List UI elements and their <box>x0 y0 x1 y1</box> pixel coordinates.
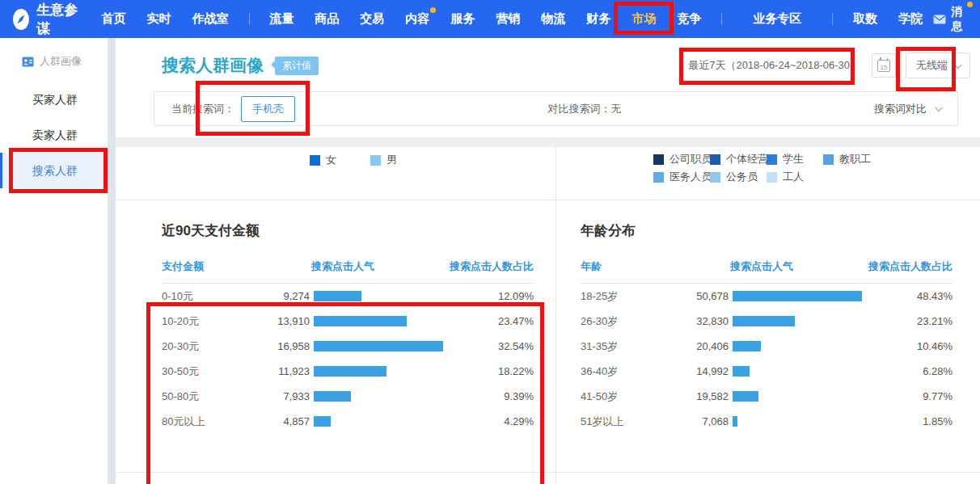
nav-item-business-zone[interactable]: 业务专区 <box>753 11 801 27</box>
sidebar: 人群画像 买家人群 卖家人群 搜索人群 <box>0 38 108 484</box>
sidebar-divider <box>108 38 116 484</box>
column-header-amount[interactable]: 支付金额 <box>162 259 311 274</box>
legend-swatch <box>653 154 664 165</box>
column-header-popularity[interactable]: 搜索点击人气 <box>311 259 374 274</box>
row-label: 18-25岁 <box>581 289 670 304</box>
message-button[interactable]: 消息 <box>933 5 965 34</box>
nav-item-marketing[interactable]: 营销 <box>496 11 520 27</box>
nav-item-finance[interactable]: 财务 <box>586 11 610 27</box>
bar-track <box>733 341 870 351</box>
legend-item-student[interactable]: 学生 <box>767 152 823 166</box>
page-body: 人群画像 买家人群 卖家人群 搜索人群 搜索人群画像 累计值 最近7天（2018… <box>0 38 980 484</box>
nav-item-academy[interactable]: 学院 <box>898 11 923 27</box>
row-label: 50-80元 <box>162 389 251 404</box>
persona-card-icon <box>22 57 34 67</box>
legend-item-office-worker[interactable]: 公司职员 <box>653 152 710 166</box>
bar <box>314 366 387 377</box>
nav-item-home[interactable]: 首页 <box>102 11 126 27</box>
nav-divider <box>249 13 250 25</box>
bar <box>733 341 761 351</box>
nav-item-data-extract[interactable]: 取数 <box>853 11 877 27</box>
chevron-down-icon <box>935 103 943 112</box>
legend-item-worker[interactable]: 工人 <box>767 170 823 184</box>
legend-label: 医务人员 <box>670 170 712 184</box>
sidebar-item-seller-crowd[interactable]: 卖家人群 <box>0 117 108 153</box>
nav-item-label: 内容 <box>405 11 429 25</box>
date-range-picker[interactable]: 最近7天（2018-06-24~2018-06-30） <box>688 58 860 73</box>
table-row: 80元以上 4,857 4.29% <box>162 409 534 434</box>
nav-item-competition[interactable]: 竞争 <box>677 11 701 27</box>
bar-track <box>733 316 870 326</box>
nav-item-service[interactable]: 服务 <box>450 11 475 27</box>
legend-item-female[interactable]: 女 <box>310 153 336 167</box>
row-label: 31-35岁 <box>581 339 670 354</box>
sidebar-section-header: 人群画像 <box>0 54 108 69</box>
row-percent: 48.43% <box>870 290 953 302</box>
bar <box>314 416 331 427</box>
notification-dot <box>967 2 973 7</box>
bar-track <box>733 291 870 301</box>
nav-item-realtime[interactable]: 实时 <box>147 11 171 27</box>
legend-item-civil-servant[interactable]: 公务员 <box>710 170 767 184</box>
nav-item-market[interactable]: 市场 <box>632 11 656 27</box>
legend-item-teacher[interactable]: 教职工 <box>823 152 880 166</box>
bar <box>314 391 351 402</box>
column-header-age[interactable]: 年龄 <box>581 259 730 274</box>
row-label: 36-40岁 <box>581 364 670 379</box>
row-value: 20,406 <box>670 340 729 352</box>
title-row: 搜索人群画像 累计值 最近7天（2018-06-24~2018-06-30） 1… <box>154 53 970 78</box>
legend-label: 工人 <box>783 170 804 184</box>
nav-item-trade[interactable]: 交易 <box>360 11 384 27</box>
row-value: 11,923 <box>251 365 310 377</box>
sidebar-item-buyer-crowd[interactable]: 买家人群 <box>0 82 108 117</box>
row-label: 20-30元 <box>162 339 251 354</box>
legend-item-male[interactable]: 男 <box>370 153 397 167</box>
table-row: 50-80元 7,933 9.39% <box>162 384 534 409</box>
row-value: 7,933 <box>251 390 310 402</box>
payment-panel-title: 近90天支付金额 <box>162 221 555 240</box>
terminal-select-value: 无线端 <box>916 58 948 73</box>
table-row: 36-40岁 14,992 6.28% <box>581 359 953 384</box>
nav-item-content[interactable]: 内容 <box>405 11 429 27</box>
bar-track <box>314 291 451 301</box>
nav-divider <box>721 13 722 25</box>
payment-panel: 近90天支付金额 支付金额 搜索点击人气 搜索点击人数占比 0-10元 9,27… <box>116 200 555 473</box>
brand[interactable]: 生意参谋 <box>13 1 80 38</box>
column-header-popularity[interactable]: 搜索点击人气 <box>730 259 793 274</box>
calendar-button[interactable]: 15 <box>872 53 896 78</box>
row-label: 30-50元 <box>162 364 251 379</box>
payment-table: 支付金额 搜索点击人气 搜索点击人数占比 0-10元 9,274 12.09% … <box>162 259 534 434</box>
table-header-row: 支付金额 搜索点击人气 搜索点击人数占比 <box>162 259 534 284</box>
legend-swatch <box>823 154 834 165</box>
table-row: 18-25岁 50,678 48.43% <box>581 284 953 309</box>
table-row: 10-20元 13,910 23.47% <box>162 309 534 334</box>
row-percent: 23.21% <box>870 315 953 327</box>
legend-item-self-employed[interactable]: 个体经营/ <box>710 152 767 166</box>
sidebar-item-search-crowd[interactable]: 搜索人群 <box>0 153 108 188</box>
nav-item-product[interactable]: 商品 <box>315 11 339 27</box>
row-value: 9,274 <box>251 290 310 302</box>
bar-track <box>314 366 451 377</box>
row-value: 32,830 <box>670 315 729 327</box>
left-column: 女 男 近90天支付金额 支付金额 搜索点击人气 搜索 <box>116 147 556 484</box>
terminal-select[interactable]: 无线端 <box>906 53 970 78</box>
nav-item-warroom[interactable]: 作战室 <box>192 11 229 27</box>
compare-term-text: 对比搜索词：无 <box>295 102 874 116</box>
row-percent: 18.22% <box>451 365 534 377</box>
table-row: 26-30岁 32,830 23.21% <box>581 309 953 334</box>
row-percent: 23.47% <box>451 315 534 327</box>
page-title: 搜索人群画像 <box>162 54 264 77</box>
table-row: 41-50岁 19,582 9.77% <box>581 384 953 409</box>
right-column: 公司职员 个体经营/ 学生 <box>556 147 980 484</box>
nav-item-logistics[interactable]: 物流 <box>541 11 565 27</box>
row-percent: 32.54% <box>451 340 534 352</box>
current-term-button[interactable]: 手机壳 <box>241 96 295 122</box>
compare-action[interactable]: 搜索词对比 <box>874 102 940 116</box>
row-value: 14,992 <box>670 365 729 377</box>
column-header-share[interactable]: 搜索点击人数占比 <box>450 259 534 274</box>
compare-action-label: 搜索词对比 <box>874 102 927 116</box>
legend-item-medical-staff[interactable]: 医务人员 <box>653 170 710 184</box>
column-header-share[interactable]: 搜索点击人数占比 <box>868 259 953 274</box>
bar-track <box>314 416 451 427</box>
nav-item-traffic[interactable]: 流量 <box>269 11 294 27</box>
